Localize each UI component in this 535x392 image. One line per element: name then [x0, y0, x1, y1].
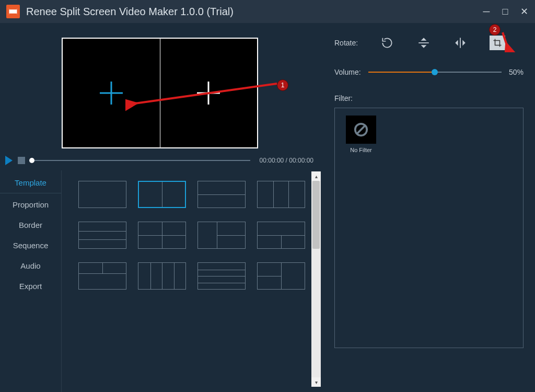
sidebar-tabs: Template Proportion Border Sequence Audi…: [0, 170, 62, 392]
template-item[interactable]: [138, 262, 186, 290]
scroll-up-icon[interactable]: ▴: [311, 171, 321, 181]
time-display: 00:00:00 / 00:00:00: [260, 157, 313, 164]
add-icon: [197, 82, 220, 105]
template-item[interactable]: [197, 181, 246, 208]
annotation-badge-2: 2: [489, 24, 501, 36]
template-item[interactable]: [197, 262, 246, 290]
annotation-badge-1: 1: [277, 79, 288, 91]
app-logo: [6, 5, 20, 18]
tab-export[interactable]: Export: [0, 276, 61, 296]
svg-rect-2: [9, 14, 17, 15]
filter-name: No Filter: [342, 147, 380, 153]
template-item[interactable]: [257, 262, 305, 290]
crop-button[interactable]: [490, 36, 505, 50]
volume-label: Volume:: [334, 68, 361, 76]
volume-value: 50%: [509, 68, 524, 76]
volume-slider[interactable]: [368, 72, 502, 73]
template-item[interactable]: [78, 222, 126, 249]
svg-line-8: [357, 126, 365, 134]
filter-label: Filter:: [334, 94, 524, 102]
tab-border[interactable]: Border: [0, 215, 61, 235]
tab-proportion[interactable]: Proportion: [0, 194, 61, 215]
rotate-label: Rotate:: [334, 39, 358, 47]
filter-no-filter[interactable]: No Filter: [342, 116, 380, 153]
seek-slider[interactable]: [30, 160, 250, 161]
no-filter-icon: [346, 116, 376, 144]
close-button[interactable]: ✕: [519, 7, 529, 16]
template-grid: ▴ ▾: [62, 170, 323, 392]
svg-rect-1: [9, 8, 17, 9]
tab-sequence[interactable]: Sequence: [0, 235, 61, 256]
template-item[interactable]: [257, 181, 305, 208]
preview-slot-1[interactable]: [63, 39, 160, 147]
preview-slot-2[interactable]: [160, 39, 258, 147]
template-item[interactable]: [78, 181, 126, 208]
flip-vertical-button[interactable]: [416, 36, 431, 50]
tab-audio[interactable]: Audio: [0, 256, 61, 276]
tab-template[interactable]: Template: [0, 172, 61, 193]
template-item[interactable]: [197, 222, 246, 249]
scroll-thumb[interactable]: [312, 181, 320, 249]
scroll-down-icon[interactable]: ▾: [311, 377, 321, 387]
template-scrollbar[interactable]: ▴ ▾: [311, 171, 321, 387]
template-item[interactable]: [257, 222, 305, 249]
preview-canvas: [62, 38, 258, 148]
maximize-button[interactable]: □: [501, 7, 510, 16]
template-item[interactable]: [78, 262, 126, 290]
add-icon: [100, 82, 123, 105]
app-title: Renee Split Screen Video Maker 1.0.0 (Tr…: [26, 6, 234, 18]
play-button[interactable]: [5, 156, 13, 165]
template-item[interactable]: [138, 222, 186, 249]
flip-horizontal-button[interactable]: [453, 36, 468, 50]
rotate-cw-button[interactable]: [380, 36, 394, 50]
stop-button[interactable]: [18, 157, 25, 164]
filter-panel: No Filter: [334, 108, 524, 348]
playbar: 00:00:00 / 00:00:00: [0, 148, 323, 170]
minimize-button[interactable]: ─: [482, 7, 491, 16]
template-item[interactable]: [138, 181, 186, 208]
titlebar: Renee Split Screen Video Maker 1.0.0 (Tr…: [0, 0, 535, 23]
